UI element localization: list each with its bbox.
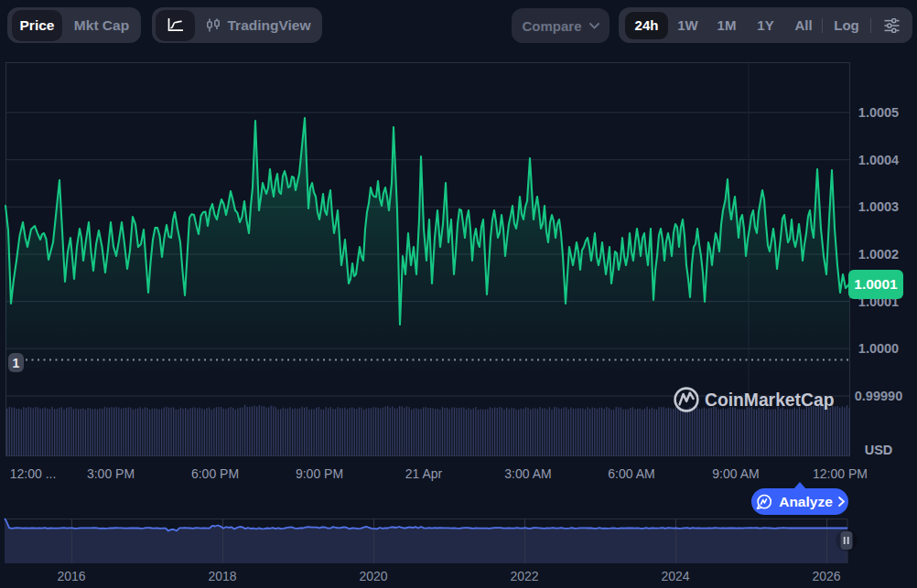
svg-text:CoinMarketCap: CoinMarketCap	[705, 390, 834, 410]
